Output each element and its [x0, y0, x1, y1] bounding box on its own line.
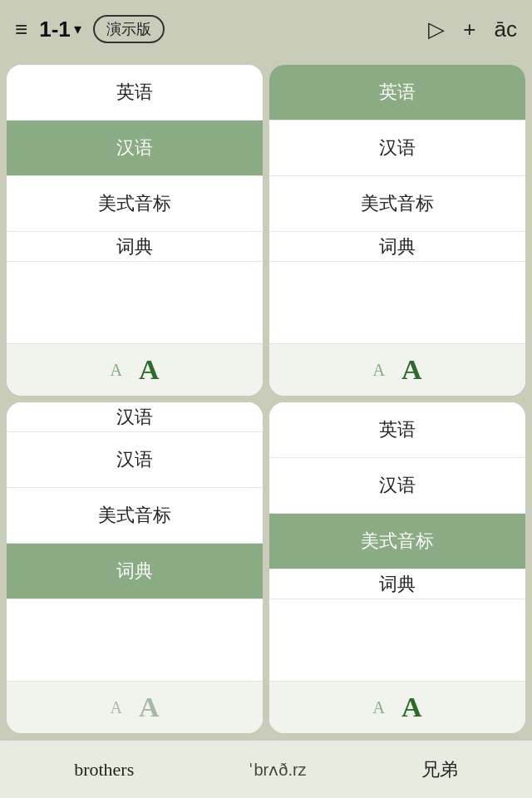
menu-item-dictionary-selected[interactable]: 词典 [7, 544, 263, 599]
main-grid: 英语 汉语 美式音标 词典 A A 英语 汉语 美式音标 词典 A A 汉语 汉… [0, 58, 532, 740]
menu-item-dictionary-cutoff[interactable]: 词典 [269, 232, 525, 262]
font-large-dim[interactable]: A [139, 692, 160, 723]
font-size-bar: A A [269, 681, 525, 733]
add-icon[interactable]: + [463, 17, 475, 42]
menu-item-chinese-cutoff[interactable]: 汉语 [7, 402, 263, 432]
card-top-right: 英语 汉语 美式音标 词典 A A [269, 65, 525, 396]
translate-icon[interactable]: āc [495, 17, 517, 42]
menu-item-phonetic[interactable]: 美式音标 [269, 176, 525, 232]
menu-list: 汉语 汉语 美式音标 词典 [7, 402, 263, 681]
chevron-down-icon: ▾ [74, 20, 81, 38]
menu-item-dictionary-cutoff[interactable]: 词典 [269, 569, 525, 599]
menu-item-english[interactable]: 英语 [7, 65, 263, 121]
card-bottom-right: 英语 汉语 美式音标 词典 A A [269, 402, 525, 733]
font-large[interactable]: A [401, 692, 422, 723]
header: ≡ 1-1 ▾ 演示版 ▷ + āc [0, 0, 532, 58]
bottom-bar: brothers ˈbrʌð.rz 兄弟 [0, 740, 532, 798]
play-icon[interactable]: ▷ [428, 17, 445, 42]
menu-list: 英语 汉语 美式音标 词典 [269, 402, 525, 681]
font-small[interactable]: A [372, 698, 384, 717]
font-size-bar: A A [7, 343, 263, 396]
demo-badge: 演示版 [93, 15, 165, 43]
font-small[interactable]: A [372, 361, 384, 380]
menu-item-english[interactable]: 英语 [269, 402, 525, 458]
menu-item-dictionary-cutoff[interactable]: 词典 [7, 232, 263, 262]
menu-item-chinese[interactable]: 汉语 [269, 121, 525, 176]
font-large[interactable]: A [401, 354, 422, 386]
card-bottom-left: 汉语 汉语 美式音标 词典 A A [7, 402, 263, 733]
version-label: 1-1 [39, 17, 71, 42]
menu-list: 英语 汉语 美式音标 词典 [7, 65, 263, 343]
bottom-phonetic: ˈbrʌð.rz [249, 760, 306, 780]
font-size-bar: A A [7, 681, 263, 733]
card-top-left: 英语 汉语 美式音标 词典 A A [7, 65, 263, 396]
hamburger-icon[interactable]: ≡ [15, 18, 27, 40]
bottom-chinese: 兄弟 [421, 757, 458, 782]
font-small-dim[interactable]: A [110, 698, 121, 717]
menu-item-english-selected[interactable]: 英语 [269, 65, 525, 121]
font-size-bar: A A [269, 343, 525, 396]
menu-item-phonetic-selected[interactable]: 美式音标 [269, 514, 525, 569]
menu-item-chinese[interactable]: 汉语 [7, 432, 263, 488]
menu-item-phonetic[interactable]: 美式音标 [7, 176, 263, 232]
font-small[interactable]: A [110, 361, 121, 380]
bottom-word: brothers [74, 759, 134, 781]
menu-item-chinese-selected[interactable]: 汉语 [7, 121, 263, 176]
menu-item-phonetic[interactable]: 美式音标 [7, 488, 263, 544]
font-large[interactable]: A [139, 354, 160, 386]
version-selector[interactable]: 1-1 ▾ [39, 17, 81, 42]
menu-item-chinese[interactable]: 汉语 [269, 458, 525, 514]
menu-list: 英语 汉语 美式音标 词典 [269, 65, 525, 343]
